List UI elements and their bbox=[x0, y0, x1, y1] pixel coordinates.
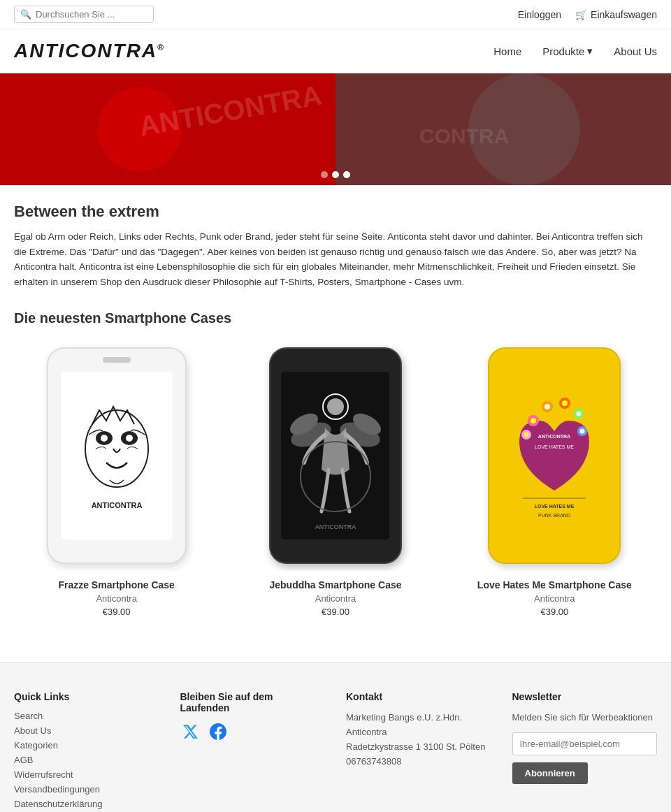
phone-case-yellow: ANTICONTRA LOVE HATES ME LOVE HATES ME P… bbox=[488, 347, 621, 564]
newsletter-heading: Newsletter bbox=[512, 691, 658, 702]
footer-link-kategorien[interactable]: Kategorien bbox=[14, 740, 159, 751]
product-name-3: Love Hates Me Smartphone Case bbox=[452, 579, 657, 590]
hero-dot-1[interactable] bbox=[321, 171, 328, 178]
product-brand-1: Anticontra bbox=[14, 593, 219, 604]
product-grid: ANTICONTRA Frazze Smartphone Case Antico… bbox=[14, 340, 657, 617]
footer-quick-links: Quick Links Search About Us Kategorien A… bbox=[14, 691, 159, 812]
search-bar[interactable]: 🔍 bbox=[14, 6, 154, 23]
nav-home[interactable]: Home bbox=[493, 45, 521, 57]
top-bar: 🔍 Einloggen 🛒 Einkaufswagen bbox=[0, 0, 671, 29]
svg-point-31 bbox=[524, 433, 529, 437]
footer-newsletter: Newsletter Melden Sie sich für Werbeakti… bbox=[512, 691, 658, 812]
newsletter-email-input[interactable] bbox=[512, 732, 658, 755]
phone-case-white: ANTICONTRA bbox=[47, 347, 187, 564]
phone-case-dark: ANTICONTRA bbox=[269, 347, 402, 564]
product-brand-3: Anticontra bbox=[452, 593, 657, 604]
footer: Quick Links Search About Us Kategorien A… bbox=[0, 662, 671, 812]
product-price-2: €39.00 bbox=[233, 607, 438, 617]
svg-text:LOVE HATES ME: LOVE HATES ME bbox=[535, 504, 575, 509]
svg-text:LOVE HATES ME: LOVE HATES ME bbox=[535, 444, 574, 449]
products-heading: Die neuesten Smartphone Cases bbox=[14, 310, 657, 326]
product-price-1: €39.00 bbox=[14, 607, 219, 617]
social-heading: Bleiben Sie auf dem Laufenden bbox=[180, 691, 326, 713]
nav-links: Home Produkte ▾ About Us bbox=[493, 45, 657, 57]
footer-link-datenschutz[interactable]: Datenschutzerklärung bbox=[14, 799, 159, 809]
main-heading: Between the extrem bbox=[14, 203, 657, 221]
cart-link[interactable]: 🛒 Einkaufswagen bbox=[575, 9, 657, 20]
search-input[interactable] bbox=[36, 9, 147, 20]
footer-contact: Kontakt Marketing Bangs e.U. z.Hdn. Anti… bbox=[346, 691, 491, 812]
svg-point-27 bbox=[562, 400, 568, 406]
nav-about[interactable]: About Us bbox=[614, 45, 657, 57]
subscribe-button[interactable]: Abonnieren bbox=[512, 762, 588, 784]
svg-text:ANTICONTRA: ANTICONTRA bbox=[91, 501, 142, 509]
hero-dot-3[interactable] bbox=[343, 171, 350, 178]
login-link[interactable]: Einloggen bbox=[518, 9, 561, 20]
product-price-3: €39.00 bbox=[452, 607, 657, 617]
top-right-actions: Einloggen 🛒 Einkaufswagen bbox=[518, 9, 657, 20]
svg-rect-38 bbox=[523, 498, 586, 499]
nav-produkte[interactable]: Produkte ▾ bbox=[542, 45, 593, 57]
product-card-1[interactable]: ANTICONTRA Frazze Smartphone Case Antico… bbox=[14, 340, 219, 617]
footer-link-widerrufsrecht[interactable]: Widerrufsrecht bbox=[14, 769, 159, 780]
svg-text:ANTICONTRA: ANTICONTRA bbox=[315, 523, 356, 530]
svg-point-25 bbox=[544, 404, 550, 409]
footer-link-about[interactable]: About Us bbox=[14, 725, 159, 736]
cart-icon: 🛒 bbox=[575, 9, 587, 20]
brand-logo[interactable]: ANTICONTRA® bbox=[14, 40, 165, 62]
svg-point-33 bbox=[580, 429, 585, 434]
product-card-2[interactable]: ANTICONTRA Jebuddha Smartphone Case Anti… bbox=[233, 340, 438, 617]
contact-heading: Kontakt bbox=[346, 691, 491, 702]
contact-line-2: Radetzkystrasse 1 3100 St. Pölten bbox=[346, 740, 491, 755]
product-card-3[interactable]: ANTICONTRA LOVE HATES ME LOVE HATES ME P… bbox=[452, 340, 657, 617]
product-name-2: Jebuddha Smartphone Case bbox=[233, 579, 438, 590]
svg-text:PUNK BRAND: PUNK BRAND bbox=[538, 513, 570, 518]
product-image-3: ANTICONTRA LOVE HATES ME LOVE HATES ME P… bbox=[452, 340, 657, 571]
newsletter-subtext: Melden Sie sich für Werbeaktionen bbox=[512, 711, 658, 725]
product-image-1: ANTICONTRA bbox=[14, 340, 219, 571]
twitter-icon[interactable] bbox=[180, 722, 200, 741]
search-icon: 🔍 bbox=[20, 9, 31, 20]
social-icons bbox=[180, 722, 326, 741]
svg-text:CONTRA: CONTRA bbox=[419, 124, 509, 147]
main-description: Egal ob Arm oder Reich, Links oder Recht… bbox=[14, 229, 657, 289]
footer-grid: Quick Links Search About Us Kategorien A… bbox=[14, 691, 657, 812]
footer-link-search[interactable]: Search bbox=[14, 711, 159, 721]
svg-point-10 bbox=[101, 435, 108, 442]
footer-social: Bleiben Sie auf dem Laufenden bbox=[180, 691, 326, 812]
cart-label: Einkaufswagen bbox=[591, 9, 657, 20]
contact-line-3: 06763743808 bbox=[346, 755, 491, 769]
main-content: Between the extrem Egal ob Arm oder Reic… bbox=[0, 185, 671, 662]
quick-links-heading: Quick Links bbox=[14, 691, 159, 702]
svg-point-7 bbox=[85, 410, 148, 487]
facebook-icon[interactable] bbox=[208, 722, 228, 741]
svg-point-11 bbox=[126, 435, 133, 442]
hero-banner: ANTICONTRA CONTRA bbox=[0, 73, 671, 185]
product-image-2: ANTICONTRA bbox=[233, 340, 438, 571]
chevron-down-icon: ▾ bbox=[587, 45, 593, 57]
product-brand-2: Anticontra bbox=[233, 593, 438, 604]
footer-link-versandbedingungen[interactable]: Versandbedingungen bbox=[14, 784, 159, 795]
product-name-1: Frazze Smartphone Case bbox=[14, 579, 219, 590]
svg-point-29 bbox=[577, 412, 582, 416]
footer-link-agb[interactable]: AGB bbox=[14, 755, 159, 765]
svg-point-23 bbox=[531, 418, 536, 423]
hero-dots bbox=[321, 171, 350, 178]
hero-dot-2[interactable] bbox=[332, 171, 339, 178]
svg-text:ANTICONTRA: ANTICONTRA bbox=[538, 434, 570, 439]
main-nav: ANTICONTRA® Home Produkte ▾ About Us bbox=[0, 29, 671, 73]
contact-line-1: Marketing Bangs e.U. z.Hdn. Anticontra bbox=[346, 711, 491, 740]
svg-point-14 bbox=[327, 398, 344, 415]
